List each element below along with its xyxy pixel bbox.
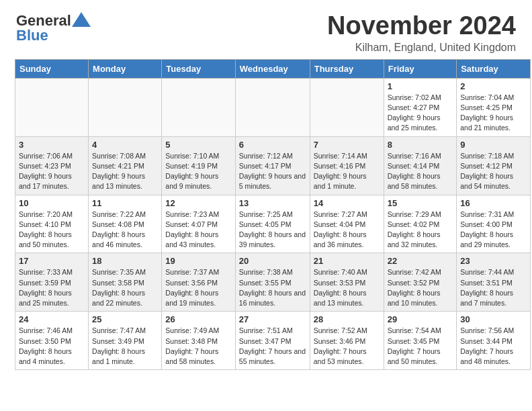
day-number: 2 [460, 81, 527, 91]
day-info: Sunrise: 7:02 AM Sunset: 4:27 PM Dayligh… [388, 93, 453, 134]
day-info: Sunrise: 7:46 AM Sunset: 3:50 PM Dayligh… [19, 326, 85, 367]
day-cell: 23Sunrise: 7:44 AM Sunset: 3:51 PM Dayli… [457, 253, 531, 312]
day-number: 7 [314, 140, 380, 150]
day-info: Sunrise: 7:35 AM Sunset: 3:58 PM Dayligh… [92, 267, 158, 308]
col-header-sunday: Sunday [15, 59, 89, 78]
day-cell: 2Sunrise: 7:04 AM Sunset: 4:25 PM Daylig… [457, 78, 531, 136]
day-info: Sunrise: 7:40 AM Sunset: 3:53 PM Dayligh… [314, 267, 380, 308]
day-cell: 15Sunrise: 7:29 AM Sunset: 4:02 PM Dayli… [384, 195, 457, 253]
day-cell: 19Sunrise: 7:37 AM Sunset: 3:56 PM Dayli… [162, 253, 235, 312]
day-cell: 10Sunrise: 7:20 AM Sunset: 4:10 PM Dayli… [15, 195, 89, 253]
day-info: Sunrise: 7:42 AM Sunset: 3:52 PM Dayligh… [388, 267, 453, 308]
day-number: 10 [19, 198, 85, 208]
day-cell: 27Sunrise: 7:51 AM Sunset: 3:47 PM Dayli… [235, 312, 310, 370]
day-info: Sunrise: 7:22 AM Sunset: 4:08 PM Dayligh… [92, 210, 158, 250]
day-cell: 13Sunrise: 7:25 AM Sunset: 4:05 PM Dayli… [235, 195, 310, 253]
day-number: 30 [460, 314, 527, 324]
day-cell: 4Sunrise: 7:08 AM Sunset: 4:21 PM Daylig… [89, 136, 162, 195]
day-info: Sunrise: 7:14 AM Sunset: 4:16 PM Dayligh… [314, 151, 380, 192]
day-number: 11 [92, 198, 158, 208]
day-cell: 5Sunrise: 7:10 AM Sunset: 4:19 PM Daylig… [162, 136, 235, 195]
day-number: 19 [165, 256, 231, 266]
day-info: Sunrise: 7:06 AM Sunset: 4:23 PM Dayligh… [19, 151, 85, 192]
logo: General Blue [16, 12, 92, 44]
day-info: Sunrise: 7:16 AM Sunset: 4:14 PM Dayligh… [388, 151, 453, 192]
header-row: SundayMondayTuesdayWednesdayThursdayFrid… [15, 59, 531, 78]
day-cell: 7Sunrise: 7:14 AM Sunset: 4:16 PM Daylig… [310, 136, 384, 195]
week-row-5: 24Sunrise: 7:46 AM Sunset: 3:50 PM Dayli… [15, 312, 531, 370]
day-number: 4 [92, 140, 158, 150]
day-cell: 30Sunrise: 7:56 AM Sunset: 3:44 PM Dayli… [457, 312, 531, 370]
week-row-2: 3Sunrise: 7:06 AM Sunset: 4:23 PM Daylig… [15, 136, 531, 195]
day-cell: 14Sunrise: 7:27 AM Sunset: 4:04 PM Dayli… [310, 195, 384, 253]
day-cell: 12Sunrise: 7:23 AM Sunset: 4:07 PM Dayli… [162, 195, 235, 253]
month-title: November 2024 [327, 12, 516, 40]
day-info: Sunrise: 7:27 AM Sunset: 4:04 PM Dayligh… [314, 210, 380, 250]
col-header-saturday: Saturday [457, 59, 531, 78]
day-number: 29 [388, 314, 453, 324]
day-cell: 25Sunrise: 7:47 AM Sunset: 3:49 PM Dayli… [89, 312, 162, 370]
day-number: 12 [165, 198, 231, 208]
day-number: 24 [19, 314, 85, 324]
calendar-table: SundayMondayTuesdayWednesdayThursdayFrid… [15, 59, 531, 370]
day-cell: 26Sunrise: 7:49 AM Sunset: 3:48 PM Dayli… [162, 312, 235, 370]
day-info: Sunrise: 7:25 AM Sunset: 4:05 PM Dayligh… [239, 210, 306, 250]
day-info: Sunrise: 7:08 AM Sunset: 4:21 PM Dayligh… [92, 151, 158, 192]
week-row-1: 1Sunrise: 7:02 AM Sunset: 4:27 PM Daylig… [15, 78, 531, 136]
day-number: 16 [460, 198, 527, 208]
day-info: Sunrise: 7:20 AM Sunset: 4:10 PM Dayligh… [19, 210, 85, 250]
day-info: Sunrise: 7:33 AM Sunset: 3:59 PM Dayligh… [19, 267, 85, 308]
day-info: Sunrise: 7:12 AM Sunset: 4:17 PM Dayligh… [239, 151, 306, 192]
day-cell: 1Sunrise: 7:02 AM Sunset: 4:27 PM Daylig… [384, 78, 457, 136]
day-number: 21 [314, 256, 380, 266]
day-cell: 18Sunrise: 7:35 AM Sunset: 3:58 PM Dayli… [89, 253, 162, 312]
day-info: Sunrise: 7:47 AM Sunset: 3:49 PM Dayligh… [92, 326, 158, 367]
day-cell: 28Sunrise: 7:52 AM Sunset: 3:46 PM Dayli… [310, 312, 384, 370]
day-cell [15, 78, 89, 136]
day-number: 14 [314, 198, 380, 208]
week-row-3: 10Sunrise: 7:20 AM Sunset: 4:10 PM Dayli… [15, 195, 531, 253]
day-info: Sunrise: 7:38 AM Sunset: 3:55 PM Dayligh… [239, 267, 306, 308]
day-info: Sunrise: 7:37 AM Sunset: 3:56 PM Dayligh… [165, 267, 231, 308]
day-number: 20 [239, 256, 306, 266]
day-cell [310, 78, 384, 136]
day-info: Sunrise: 7:04 AM Sunset: 4:25 PM Dayligh… [460, 93, 527, 134]
day-info: Sunrise: 7:10 AM Sunset: 4:19 PM Dayligh… [165, 151, 231, 192]
day-cell: 21Sunrise: 7:40 AM Sunset: 3:53 PM Dayli… [310, 253, 384, 312]
day-number: 13 [239, 198, 306, 208]
day-number: 6 [239, 140, 306, 150]
col-header-thursday: Thursday [310, 59, 384, 78]
page-header: General Blue November 2024 Kilham, Engla… [0, 0, 532, 59]
day-number: 1 [388, 81, 453, 91]
day-cell: 29Sunrise: 7:54 AM Sunset: 3:45 PM Dayli… [384, 312, 457, 370]
week-row-4: 17Sunrise: 7:33 AM Sunset: 3:59 PM Dayli… [15, 253, 531, 312]
day-cell: 20Sunrise: 7:38 AM Sunset: 3:55 PM Dayli… [235, 253, 310, 312]
day-number: 28 [314, 314, 380, 324]
day-number: 9 [460, 140, 527, 150]
day-cell: 11Sunrise: 7:22 AM Sunset: 4:08 PM Dayli… [89, 195, 162, 253]
day-number: 22 [388, 256, 453, 266]
logo-blue-text: Blue [16, 27, 48, 44]
day-info: Sunrise: 7:23 AM Sunset: 4:07 PM Dayligh… [165, 210, 231, 250]
day-info: Sunrise: 7:29 AM Sunset: 4:02 PM Dayligh… [388, 210, 453, 250]
day-cell: 24Sunrise: 7:46 AM Sunset: 3:50 PM Dayli… [15, 312, 89, 370]
day-info: Sunrise: 7:54 AM Sunset: 3:45 PM Dayligh… [388, 326, 453, 367]
day-number: 15 [388, 198, 453, 208]
day-cell [235, 78, 310, 136]
day-number: 5 [165, 140, 231, 150]
calendar-container: SundayMondayTuesdayWednesdayThursdayFrid… [0, 59, 532, 378]
col-header-friday: Friday [384, 59, 457, 78]
day-info: Sunrise: 7:52 AM Sunset: 3:46 PM Dayligh… [314, 326, 380, 367]
location: Kilham, England, United Kingdom [327, 42, 516, 54]
title-block: November 2024 Kilham, England, United Ki… [327, 12, 516, 54]
svg-marker-0 [72, 12, 91, 27]
day-info: Sunrise: 7:49 AM Sunset: 3:48 PM Dayligh… [165, 326, 231, 367]
day-cell [162, 78, 235, 136]
day-cell: 16Sunrise: 7:31 AM Sunset: 4:00 PM Dayli… [457, 195, 531, 253]
day-info: Sunrise: 7:51 AM Sunset: 3:47 PM Dayligh… [239, 326, 306, 367]
logo-icon [72, 12, 92, 30]
day-cell: 6Sunrise: 7:12 AM Sunset: 4:17 PM Daylig… [235, 136, 310, 195]
day-cell: 17Sunrise: 7:33 AM Sunset: 3:59 PM Dayli… [15, 253, 89, 312]
day-cell [89, 78, 162, 136]
day-number: 8 [388, 140, 453, 150]
